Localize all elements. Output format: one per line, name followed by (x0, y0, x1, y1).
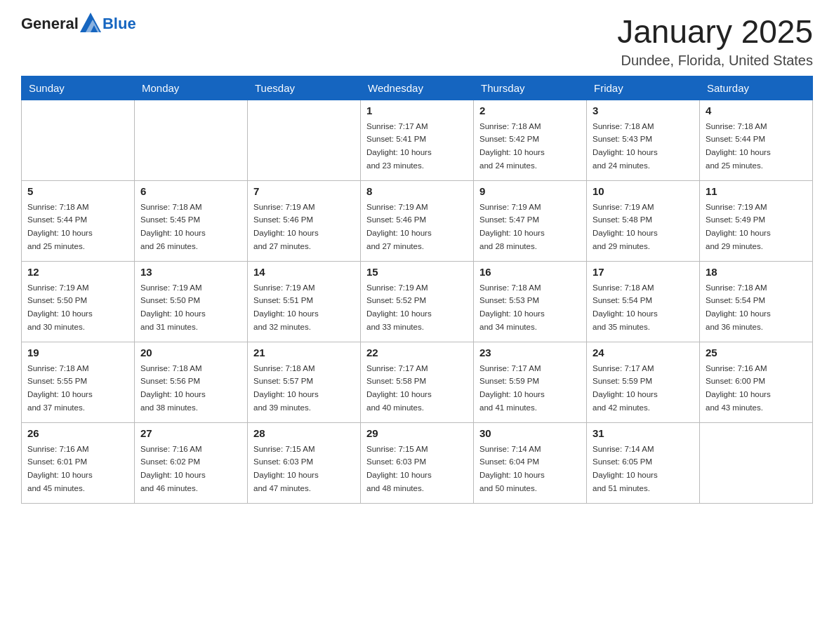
calendar-day-5: 5Sunrise: 7:18 AM Sunset: 5:44 PM Daylig… (22, 180, 135, 261)
day-info: Sunrise: 7:18 AM Sunset: 5:42 PM Dayligh… (479, 122, 545, 170)
calendar-day-8: 8Sunrise: 7:19 AM Sunset: 5:46 PM Daylig… (361, 180, 474, 261)
calendar-day-16: 16Sunrise: 7:18 AM Sunset: 5:53 PM Dayli… (474, 261, 587, 342)
calendar-day-6: 6Sunrise: 7:18 AM Sunset: 5:45 PM Daylig… (135, 180, 248, 261)
day-number: 2 (479, 105, 581, 116)
calendar-day-26: 26Sunrise: 7:16 AM Sunset: 6:01 PM Dayli… (22, 422, 135, 503)
calendar-week-row: 5Sunrise: 7:18 AM Sunset: 5:44 PM Daylig… (22, 180, 813, 261)
day-number: 24 (593, 347, 694, 358)
day-number: 12 (27, 266, 128, 278)
calendar-day-28: 28Sunrise: 7:15 AM Sunset: 6:03 PM Dayli… (248, 422, 361, 503)
day-number: 19 (27, 347, 128, 358)
weekday-header-monday: Monday (135, 76, 248, 100)
day-number: 5 (27, 185, 128, 197)
day-number: 8 (366, 185, 468, 197)
location-text: Dundee, Florida, United States (617, 53, 813, 69)
calendar-week-row: 19Sunrise: 7:18 AM Sunset: 5:55 PM Dayli… (22, 342, 813, 422)
calendar-day-9: 9Sunrise: 7:19 AM Sunset: 5:47 PM Daylig… (474, 180, 587, 261)
day-info: Sunrise: 7:19 AM Sunset: 5:47 PM Dayligh… (479, 203, 545, 250)
day-number: 30 (479, 427, 581, 439)
calendar-day-23: 23Sunrise: 7:17 AM Sunset: 5:59 PM Dayli… (474, 342, 587, 422)
calendar-day-10: 10Sunrise: 7:19 AM Sunset: 5:48 PM Dayli… (587, 180, 700, 261)
calendar-day-25: 25Sunrise: 7:16 AM Sunset: 6:00 PM Dayli… (700, 342, 813, 422)
title-section: January 2025 Dundee, Florida, United Sta… (617, 14, 813, 69)
calendar-day-18: 18Sunrise: 7:18 AM Sunset: 5:54 PM Dayli… (700, 261, 813, 342)
calendar-day-empty (248, 100, 361, 180)
day-info: Sunrise: 7:19 AM Sunset: 5:50 PM Dayligh… (140, 283, 206, 331)
day-info: Sunrise: 7:17 AM Sunset: 5:41 PM Dayligh… (366, 122, 432, 170)
day-info: Sunrise: 7:18 AM Sunset: 5:54 PM Dayligh… (593, 283, 658, 331)
calendar-week-row: 12Sunrise: 7:19 AM Sunset: 5:50 PM Dayli… (22, 261, 813, 342)
calendar-day-empty (22, 100, 135, 180)
weekday-header-friday: Friday (587, 76, 700, 100)
day-info: Sunrise: 7:16 AM Sunset: 6:02 PM Dayligh… (140, 445, 206, 492)
day-info: Sunrise: 7:18 AM Sunset: 5:53 PM Dayligh… (479, 283, 545, 331)
day-number: 1 (366, 105, 468, 116)
calendar-day-24: 24Sunrise: 7:17 AM Sunset: 5:59 PM Dayli… (587, 342, 700, 422)
day-number: 28 (253, 427, 355, 439)
day-number: 22 (366, 347, 468, 358)
weekday-header-wednesday: Wednesday (361, 76, 474, 100)
calendar-day-7: 7Sunrise: 7:19 AM Sunset: 5:46 PM Daylig… (248, 180, 361, 261)
day-info: Sunrise: 7:18 AM Sunset: 5:44 PM Dayligh… (27, 203, 93, 250)
calendar-day-19: 19Sunrise: 7:18 AM Sunset: 5:55 PM Dayli… (22, 342, 135, 422)
calendar-day-17: 17Sunrise: 7:18 AM Sunset: 5:54 PM Dayli… (587, 261, 700, 342)
day-number: 6 (140, 185, 241, 197)
day-info: Sunrise: 7:18 AM Sunset: 5:45 PM Dayligh… (140, 203, 206, 250)
calendar-table: SundayMondayTuesdayWednesdayThursdayFrid… (21, 76, 813, 504)
calendar-day-30: 30Sunrise: 7:14 AM Sunset: 6:04 PM Dayli… (474, 422, 587, 503)
calendar-day-1: 1Sunrise: 7:17 AM Sunset: 5:41 PM Daylig… (361, 100, 474, 180)
calendar-day-29: 29Sunrise: 7:15 AM Sunset: 6:03 PM Dayli… (361, 422, 474, 503)
day-info: Sunrise: 7:19 AM Sunset: 5:51 PM Dayligh… (253, 283, 319, 331)
day-info: Sunrise: 7:19 AM Sunset: 5:49 PM Dayligh… (706, 203, 771, 250)
calendar-day-empty (700, 422, 813, 503)
calendar-day-21: 21Sunrise: 7:18 AM Sunset: 5:57 PM Dayli… (248, 342, 361, 422)
day-info: Sunrise: 7:15 AM Sunset: 6:03 PM Dayligh… (253, 445, 319, 492)
day-info: Sunrise: 7:18 AM Sunset: 5:56 PM Dayligh… (140, 364, 206, 412)
day-number: 29 (366, 427, 468, 439)
day-number: 25 (706, 347, 807, 358)
calendar-day-31: 31Sunrise: 7:14 AM Sunset: 6:05 PM Dayli… (587, 422, 700, 503)
calendar-day-15: 15Sunrise: 7:19 AM Sunset: 5:52 PM Dayli… (361, 261, 474, 342)
calendar-day-27: 27Sunrise: 7:16 AM Sunset: 6:02 PM Dayli… (135, 422, 248, 503)
logo: General Blue (21, 14, 136, 34)
day-info: Sunrise: 7:18 AM Sunset: 5:44 PM Dayligh… (706, 122, 771, 170)
day-info: Sunrise: 7:19 AM Sunset: 5:46 PM Dayligh… (253, 203, 319, 250)
page-header: General Blue January 2025 Dundee, Florid… (21, 14, 813, 69)
day-info: Sunrise: 7:15 AM Sunset: 6:03 PM Dayligh… (366, 445, 432, 492)
day-info: Sunrise: 7:14 AM Sunset: 6:05 PM Dayligh… (593, 445, 658, 492)
day-info: Sunrise: 7:19 AM Sunset: 5:46 PM Dayligh… (366, 203, 432, 250)
day-info: Sunrise: 7:14 AM Sunset: 6:04 PM Dayligh… (479, 445, 545, 492)
day-number: 3 (593, 105, 694, 116)
day-number: 4 (706, 105, 807, 116)
day-number: 31 (593, 427, 694, 439)
logo-blue-text: Blue (102, 15, 136, 33)
weekday-header-sunday: Sunday (22, 76, 135, 100)
calendar-day-2: 2Sunrise: 7:18 AM Sunset: 5:42 PM Daylig… (474, 100, 587, 180)
day-number: 9 (479, 185, 581, 197)
calendar-day-14: 14Sunrise: 7:19 AM Sunset: 5:51 PM Dayli… (248, 261, 361, 342)
day-info: Sunrise: 7:19 AM Sunset: 5:50 PM Dayligh… (27, 283, 93, 331)
day-number: 23 (479, 347, 581, 358)
logo-icon (80, 13, 101, 32)
day-number: 10 (593, 185, 694, 197)
calendar-week-row: 1Sunrise: 7:17 AM Sunset: 5:41 PM Daylig… (22, 100, 813, 180)
day-number: 15 (366, 266, 468, 278)
day-info: Sunrise: 7:17 AM Sunset: 5:59 PM Dayligh… (479, 364, 545, 412)
day-number: 7 (253, 185, 355, 197)
day-info: Sunrise: 7:16 AM Sunset: 6:01 PM Dayligh… (27, 445, 93, 492)
weekday-header-saturday: Saturday (700, 76, 813, 100)
day-number: 26 (27, 427, 128, 439)
calendar-day-12: 12Sunrise: 7:19 AM Sunset: 5:50 PM Dayli… (22, 261, 135, 342)
day-info: Sunrise: 7:19 AM Sunset: 5:52 PM Dayligh… (366, 283, 432, 331)
day-number: 17 (593, 266, 694, 278)
day-info: Sunrise: 7:18 AM Sunset: 5:55 PM Dayligh… (27, 364, 93, 412)
weekday-header-tuesday: Tuesday (248, 76, 361, 100)
calendar-day-22: 22Sunrise: 7:17 AM Sunset: 5:58 PM Dayli… (361, 342, 474, 422)
calendar-day-empty (135, 100, 248, 180)
day-info: Sunrise: 7:18 AM Sunset: 5:43 PM Dayligh… (593, 122, 658, 170)
day-info: Sunrise: 7:17 AM Sunset: 5:59 PM Dayligh… (593, 364, 658, 412)
day-number: 18 (706, 266, 807, 278)
weekday-header-row: SundayMondayTuesdayWednesdayThursdayFrid… (22, 76, 813, 100)
day-number: 14 (253, 266, 355, 278)
day-info: Sunrise: 7:17 AM Sunset: 5:58 PM Dayligh… (366, 364, 432, 412)
